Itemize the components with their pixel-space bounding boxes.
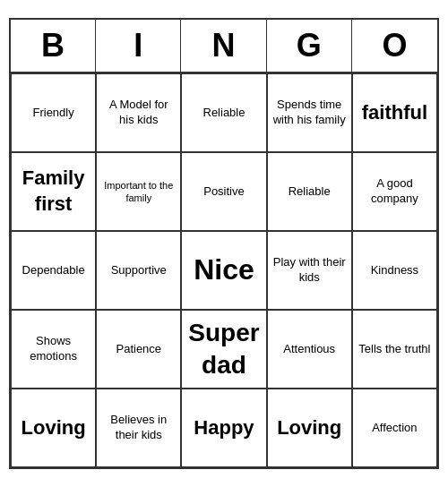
- bingo-cell-7: Positive: [181, 152, 266, 231]
- bingo-cell-4: faithful: [352, 73, 437, 152]
- bingo-cell-1: A Model for his kids: [96, 73, 181, 152]
- header-letter-b: B: [11, 20, 96, 72]
- bingo-cell-16: Patience: [96, 310, 181, 389]
- bingo-cell-3: Spends time with his family: [267, 73, 352, 152]
- bingo-grid: FriendlyA Model for his kidsReliableSpen…: [11, 73, 437, 467]
- bingo-cell-11: Supportive: [96, 231, 181, 310]
- bingo-cell-13: Play with their kids: [267, 231, 352, 310]
- bingo-cell-20: Loving: [11, 389, 96, 467]
- header-letter-g: G: [267, 20, 352, 72]
- bingo-cell-5: Family first: [11, 152, 96, 231]
- bingo-cell-21: Believes in their kids: [96, 389, 181, 467]
- bingo-cell-24: Affection: [352, 389, 437, 467]
- bingo-cell-23: Loving: [267, 389, 352, 467]
- bingo-card: BINGO FriendlyA Model for his kidsReliab…: [9, 18, 439, 469]
- bingo-cell-2: Reliable: [181, 73, 266, 152]
- bingo-cell-19: Tells the truthl: [352, 310, 437, 389]
- bingo-cell-17: Super dad: [181, 310, 266, 389]
- header-letter-o: O: [352, 20, 437, 72]
- bingo-cell-10: Dependable: [11, 231, 96, 310]
- bingo-cell-9: A good company: [352, 152, 437, 231]
- bingo-cell-12: Nice: [181, 231, 266, 310]
- bingo-cell-8: Reliable: [267, 152, 352, 231]
- bingo-cell-15: Shows emotions: [11, 310, 96, 389]
- header-letter-n: N: [181, 20, 266, 72]
- header-letter-i: I: [96, 20, 181, 72]
- bingo-header: BINGO: [11, 20, 437, 73]
- bingo-cell-0: Friendly: [11, 73, 96, 152]
- bingo-cell-14: Kindness: [352, 231, 437, 310]
- bingo-cell-22: Happy: [181, 389, 266, 467]
- bingo-cell-6: Important to the family: [96, 152, 181, 231]
- bingo-cell-18: Attentious: [267, 310, 352, 389]
